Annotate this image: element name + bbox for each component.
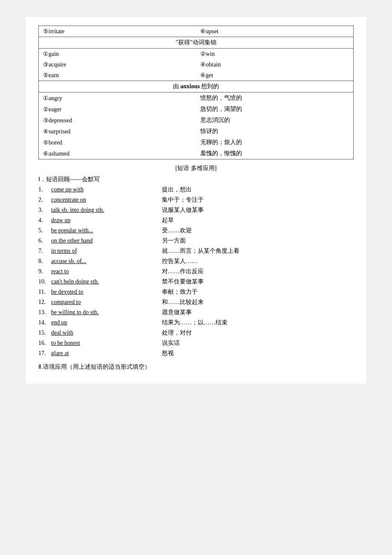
table-right-cell: 意志消沉的: [196, 115, 354, 126]
table-left-cell: ④surprised: [39, 126, 196, 137]
table-left-cell: ①angry: [39, 92, 196, 104]
phrase-meaning: 说服某人做某事: [162, 206, 354, 214]
table-left-cell: ⑤irritate: [39, 26, 196, 37]
table-right-cell: 羞愧的，惭愧的: [196, 148, 354, 159]
phrase-meaning: 集中于；专注于: [162, 196, 354, 204]
phrase-meaning: 就……而言；从某个角度上看: [162, 247, 354, 255]
list-item: 1.come up with提出，想出: [38, 186, 354, 194]
phrase-meaning: 愿意做某事: [162, 309, 354, 316]
table-right-cell: ②win: [196, 49, 354, 60]
phrase-number: 14.: [38, 319, 51, 326]
table-row: ③acquire④obtain: [39, 59, 354, 70]
list-item: 3.talk sb. into doing sth.说服某人做某事: [38, 206, 354, 214]
table-row: ⑤irritate⑥upset: [39, 26, 354, 37]
phrase-text: be popular with...: [51, 227, 162, 234]
table-header-cell: 由 anxious 想到的: [39, 81, 354, 92]
table-left-cell: ⑤bored: [39, 137, 196, 148]
list-item: 11.be devoted to奉献；致力于: [38, 288, 354, 296]
phrase-number: 3.: [38, 207, 51, 214]
phrase-meaning: 和……比较起来: [162, 298, 354, 306]
phrase-meaning: 另一方面: [162, 237, 354, 245]
phrase-number: 1.: [38, 186, 51, 193]
phrase-text: glare at: [51, 350, 162, 357]
list-item: 13.be willing to do sth.愿意做某事: [38, 309, 354, 316]
table-right-cell: 愤怒的，气愤的: [196, 92, 354, 104]
phrase-number: 7.: [38, 248, 51, 254]
vocab-table: ⑤irritate⑥upset"获得"动词集锦①gain②win③acquire…: [38, 26, 354, 159]
table-row: ④surprised惊讶的: [39, 126, 354, 137]
list-item: 2.concentrate on集中于；专注于: [38, 196, 354, 204]
phrase-text: talk sb. into doing sth.: [51, 207, 162, 214]
table-row: ③depressed意志消沉的: [39, 115, 354, 126]
phrase-text: compared to: [51, 299, 162, 306]
phrase-text: be devoted to: [51, 289, 162, 295]
list-item: 7.in terms of就……而言；从某个角度上看: [38, 247, 354, 255]
phrase-number: 2.: [38, 197, 51, 203]
phrase-text: be willing to do sth.: [51, 309, 162, 316]
table-header-cell: "获得"动词集锦: [39, 37, 354, 49]
phrase-text: can't help doing sth.: [51, 278, 162, 285]
table-row: "获得"动词集锦: [39, 37, 354, 49]
phrase-number: 12.: [38, 299, 51, 306]
phrase-text: react to: [51, 268, 162, 275]
list-item: 15.deal with处理，对付: [38, 329, 354, 337]
table-left-cell: ⑤earn: [39, 70, 196, 81]
phrase-number: 9.: [38, 268, 51, 275]
phrase-text: to be honest: [51, 340, 162, 347]
table-left-cell: ①gain: [39, 49, 196, 60]
table-row: ⑤earn⑥get: [39, 70, 354, 81]
phrase-meaning: 受……欢迎: [162, 227, 354, 234]
list-item: 4.draw up起草: [38, 217, 354, 224]
phrase-text: draw up: [51, 217, 162, 224]
table-row: ⑥ashamed羞愧的，惭愧的: [39, 148, 354, 159]
table-left-cell: ②eager: [39, 104, 196, 115]
page-container: ⑤irritate⑥upset"获得"动词集锦①gain②win③acquire…: [26, 17, 366, 384]
list-item: 16.to be honest说实话: [38, 339, 354, 347]
phrase-meaning: 提出，想出: [162, 186, 354, 194]
table-row: 由 anxious 想到的: [39, 81, 354, 92]
phrase-meaning: 怒视: [162, 350, 354, 357]
table-left-cell: ③acquire: [39, 59, 196, 70]
phrase-number: 4.: [38, 217, 51, 224]
phrase-list: 1.come up with提出，想出2.concentrate on集中于；专…: [38, 186, 354, 357]
list-item: 17.glare at怒视: [38, 350, 354, 357]
subsection1-header: Ⅰ．短语回顾——会默写: [38, 176, 354, 183]
table-right-cell: ⑥upset: [196, 26, 354, 37]
table-right-cell: ⑥get: [196, 70, 354, 81]
phrase-number: 15.: [38, 330, 51, 336]
phrase-meaning: 奉献；致力于: [162, 288, 354, 296]
phrase-meaning: 禁不住要做某事: [162, 278, 354, 286]
table-row: ②eager急切的，渴望的: [39, 104, 354, 115]
table-right-cell: ④obtain: [196, 59, 354, 70]
list-item: 10.can't help doing sth.禁不住要做某事: [38, 278, 354, 286]
table-right-cell: 急切的，渴望的: [196, 104, 354, 115]
list-item: 12.compared to和……比较起来: [38, 298, 354, 306]
phrase-meaning: 结果为……；以……结束: [162, 319, 354, 327]
phrase-text: deal with: [51, 330, 162, 336]
list-item: 9.react to对……作出反应: [38, 268, 354, 275]
phrase-text: end up: [51, 319, 162, 326]
table-row: ①gain②win: [39, 49, 354, 60]
phrase-number: 8.: [38, 258, 51, 265]
subsection2-header: Ⅱ.语境应用（用上述短语的适当形式填空）: [38, 363, 354, 371]
list-item: 6.on the other hand另一方面: [38, 237, 354, 245]
phrase-number: 11.: [38, 289, 51, 295]
phrase-text: in terms of: [51, 248, 162, 254]
phrase-meaning: 处理，对付: [162, 329, 354, 337]
table-row: ⑤bored无聊的；烦人的: [39, 137, 354, 148]
table-left-cell: ③depressed: [39, 115, 196, 126]
section-header: [短语 多维应用]: [38, 165, 354, 172]
phrase-text: concentrate on: [51, 197, 162, 203]
phrase-text: come up with: [51, 186, 162, 193]
phrase-meaning: 说实话: [162, 339, 354, 347]
phrase-number: 6.: [38, 237, 51, 244]
phrase-meaning: 控告某人……: [162, 257, 354, 265]
phrase-number: 16.: [38, 340, 51, 347]
phrase-meaning: 对……作出反应: [162, 268, 354, 275]
phrase-text: on the other hand: [51, 237, 162, 244]
table-right-cell: 惊讶的: [196, 126, 354, 137]
phrase-number: 5.: [38, 227, 51, 234]
list-item: 5.be popular with...受……欢迎: [38, 227, 354, 234]
phrase-number: 10.: [38, 278, 51, 285]
table-row: ①angry愤怒的，气愤的: [39, 92, 354, 104]
